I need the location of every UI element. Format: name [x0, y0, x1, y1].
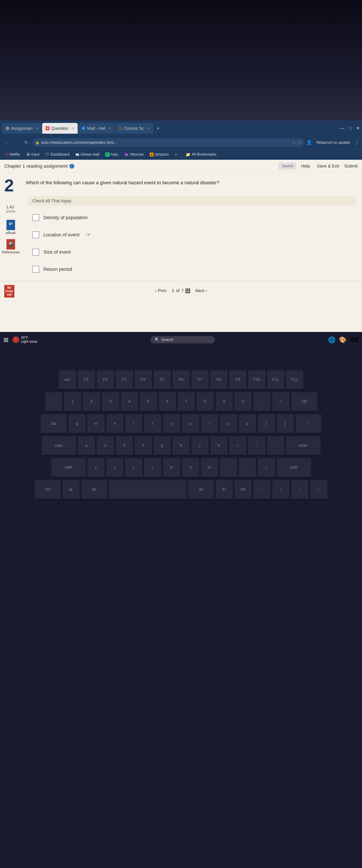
key-2[interactable]: 2: [83, 392, 100, 412]
key-f6[interactable]: F6: [172, 370, 190, 390]
key-lshift[interactable]: shift: [51, 458, 86, 477]
key-6[interactable]: 6: [159, 392, 176, 412]
key-f9[interactable]: F9: [229, 370, 246, 390]
bookmark-all[interactable]: 📁 All Bookmarks: [183, 151, 219, 158]
key-q[interactable]: q: [68, 414, 86, 434]
key-backspace[interactable]: ⌫: [291, 392, 317, 412]
key-f1[interactable]: F1: [78, 370, 95, 390]
key-rbracket[interactable]: ]: [276, 414, 294, 434]
key-z[interactable]: z: [87, 458, 104, 477]
key-enter[interactable]: enter: [286, 436, 321, 456]
key-ralt[interactable]: alt: [188, 480, 214, 499]
key-y[interactable]: y: [163, 414, 180, 434]
checkbox-density[interactable]: [32, 214, 39, 221]
key-minus[interactable]: -: [253, 392, 271, 412]
key-f4[interactable]: F4: [135, 370, 152, 390]
key-g[interactable]: g: [154, 436, 171, 456]
key-space[interactable]: [109, 480, 186, 499]
bookmark-uiowa-mail[interactable]: 📧 Ulowa mail: [73, 151, 102, 158]
key-lbracket[interactable]: [: [258, 414, 275, 434]
windows-start-icon[interactable]: ⊞: [3, 336, 8, 343]
taskbar-app1-icon[interactable]: 🌐: [328, 336, 335, 343]
checkbox-size[interactable]: [32, 249, 39, 255]
key-f10[interactable]: F10: [248, 370, 265, 390]
checkbox-return-period[interactable]: [32, 266, 39, 273]
key-w[interactable]: w: [87, 414, 104, 434]
key-lalt[interactable]: alt: [81, 480, 107, 499]
key-4[interactable]: 4: [121, 392, 138, 412]
key-comma[interactable]: ,: [220, 458, 237, 477]
key-1[interactable]: 1: [64, 392, 81, 412]
key-f5[interactable]: F5: [154, 370, 171, 390]
key-tab[interactable]: tab: [41, 414, 67, 434]
key-8[interactable]: 8: [197, 392, 214, 412]
key-v[interactable]: v: [144, 458, 161, 477]
close-button[interactable]: ✕: [356, 125, 360, 131]
key-right[interactable]: →: [310, 480, 327, 499]
bookmark-dashboard[interactable]: 🛡 Dashboard: [43, 151, 72, 158]
key-j[interactable]: j: [191, 436, 209, 456]
key-5[interactable]: 5: [140, 392, 157, 412]
key-lctrl[interactable]: ctrl: [35, 480, 61, 499]
key-left[interactable]: ←: [253, 480, 271, 499]
profile-icon[interactable]: 👤: [306, 140, 312, 145]
tab-course[interactable]: Course Sc ✕: [115, 123, 153, 134]
tab2-close[interactable]: ✕: [71, 126, 74, 130]
key-h[interactable]: h: [172, 436, 190, 456]
taskbar-search-bar[interactable]: 🔍 Search: [150, 336, 215, 343]
key-f12[interactable]: F12: [286, 370, 303, 390]
key-9[interactable]: 9: [216, 392, 233, 412]
key-t[interactable]: t: [144, 414, 161, 434]
tab1-close[interactable]: ✕: [35, 126, 38, 130]
share-icon[interactable]: ⬡: [298, 140, 301, 145]
key-3[interactable]: 3: [102, 392, 119, 412]
key-backtick[interactable]: `: [45, 392, 62, 412]
references-button[interactable]: References: [2, 239, 20, 254]
key-f2[interactable]: F2: [97, 370, 114, 390]
key-o[interactable]: o: [220, 414, 237, 434]
reload-button[interactable]: ↻: [22, 138, 30, 146]
help-button[interactable]: Help: [299, 163, 312, 169]
key-down[interactable]: ↓: [291, 480, 308, 499]
key-backslash[interactable]: \: [296, 414, 321, 434]
info-icon[interactable]: i: [69, 164, 74, 168]
grid-pages-icon[interactable]: [186, 288, 190, 293]
key-equals[interactable]: =: [272, 392, 290, 412]
bookmark-hulu[interactable]: h hulu: [103, 151, 121, 158]
bookmark-star-icon[interactable]: ☆: [292, 140, 296, 145]
key-d[interactable]: d: [116, 436, 133, 456]
key-f3[interactable]: F3: [116, 370, 133, 390]
new-tab-button[interactable]: +: [154, 124, 162, 133]
tab-mail[interactable]: ✉ Mail - Hel ✕: [78, 123, 114, 134]
key-semicolon[interactable]: ;: [248, 436, 265, 456]
key-m[interactable]: m: [201, 458, 218, 477]
key-a[interactable]: a: [78, 436, 95, 456]
forward-button[interactable]: →: [12, 138, 20, 146]
key-s[interactable]: s: [97, 436, 114, 456]
key-l[interactable]: l: [229, 436, 246, 456]
key-caps[interactable]: caps: [42, 436, 76, 456]
key-quote[interactable]: ': [267, 436, 284, 456]
key-lwin[interactable]: ⊞: [62, 480, 79, 499]
submit-button[interactable]: Submit: [344, 164, 358, 168]
key-rshift[interactable]: shift: [276, 458, 311, 477]
back-button[interactable]: ←: [3, 138, 10, 146]
key-n[interactable]: n: [182, 458, 199, 477]
ebook-button[interactable]: eBook: [6, 220, 15, 235]
key-b[interactable]: b: [163, 458, 180, 477]
key-f[interactable]: f: [135, 436, 152, 456]
key-i[interactable]: i: [201, 414, 218, 434]
key-fn[interactable]: fn: [216, 480, 233, 499]
url-bar[interactable]: 🔒 ezto.mheducation.com/ext/map/index.htm…: [32, 138, 304, 147]
key-rctrl[interactable]: ctrl: [234, 480, 252, 499]
key-f8[interactable]: F8: [210, 370, 228, 390]
checkbox-location[interactable]: [32, 231, 39, 238]
key-slash[interactable]: /: [258, 458, 275, 477]
tab-assignment[interactable]: Assignmen ✕: [2, 123, 42, 134]
relaunch-button[interactable]: Relaunch to update: [314, 139, 353, 146]
key-k[interactable]: k: [210, 436, 228, 456]
key-up[interactable]: ↑: [272, 480, 290, 499]
key-u[interactable]: u: [182, 414, 199, 434]
taskbar-app3-icon[interactable]: ⌨: [350, 336, 359, 343]
tab-question[interactable]: M Question ✕: [42, 123, 78, 134]
